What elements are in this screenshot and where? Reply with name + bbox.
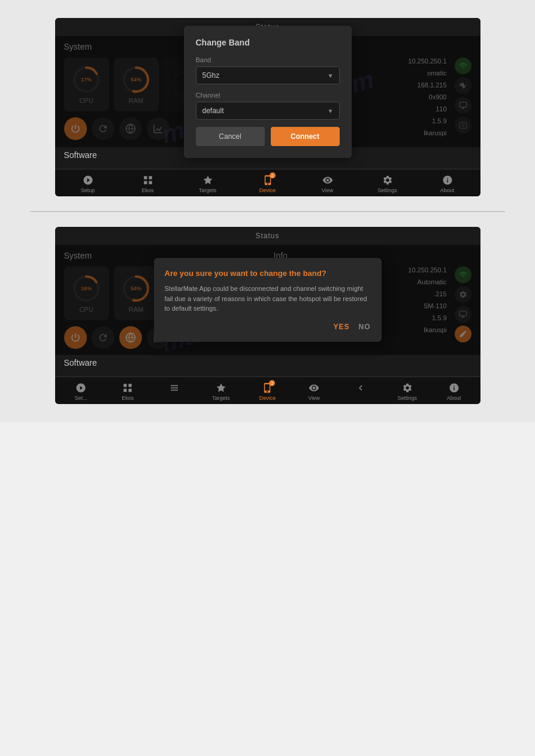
connect-button-1[interactable]: Connect xyxy=(271,127,340,146)
confirm-dialog-2: Are you sure you want to change the band… xyxy=(154,258,382,342)
nav-view-2[interactable]: View xyxy=(299,382,329,401)
nav-view-1[interactable]: View xyxy=(313,174,343,193)
svg-rect-23 xyxy=(123,389,126,392)
nav-setup-1[interactable]: Setup xyxy=(73,174,103,193)
band-select-wrapper-1: 5Ghz 2.4Ghz Auto ▼ xyxy=(196,66,340,84)
nav-ekos-2[interactable]: Ekos xyxy=(113,382,143,401)
setup-label-2: Set... xyxy=(75,395,87,401)
modal-buttons-1: Cancel Connect xyxy=(196,127,340,146)
svg-rect-9 xyxy=(144,176,147,179)
band-field-label-1: Band xyxy=(196,56,340,63)
nav-chevron-2[interactable] xyxy=(346,382,376,401)
settings-icon-nav-2 xyxy=(401,382,413,394)
svg-rect-21 xyxy=(123,384,126,387)
settings-label-2: Settings xyxy=(397,395,417,401)
channel-field-label-1: Channel xyxy=(196,92,340,99)
ekos-icon-1 xyxy=(142,174,154,186)
nav-targets-1[interactable]: Targets xyxy=(193,174,223,193)
svg-rect-24 xyxy=(129,389,132,392)
svg-rect-11 xyxy=(144,181,147,184)
svg-rect-10 xyxy=(149,176,152,179)
confirm-buttons-2: YES NO xyxy=(165,323,371,331)
device-badge-2: 2 xyxy=(269,380,275,386)
nav-ekos-1[interactable]: Ekos xyxy=(133,174,163,193)
no-button-2[interactable]: NO xyxy=(359,323,371,331)
ekos-label-1: Ekos xyxy=(141,187,153,193)
view-icon-2 xyxy=(308,382,320,394)
device-label-2: Device xyxy=(259,395,276,401)
device-label-1: Device xyxy=(259,187,276,193)
channel-select-1[interactable]: default 1 6 11 xyxy=(196,102,340,120)
about-icon-1 xyxy=(442,174,454,186)
targets-icon-2 xyxy=(215,382,227,394)
yes-button-2[interactable]: YES xyxy=(333,323,349,331)
about-label-2: About xyxy=(447,395,461,401)
ekos-icon-2 xyxy=(122,382,134,394)
targets-icon-1 xyxy=(202,174,214,186)
status-text-2: Status xyxy=(255,232,279,240)
nav-setup-2[interactable]: Set... xyxy=(66,382,96,401)
confirm-body-2: StellarMate App could be disconnected an… xyxy=(165,284,371,314)
device-icon-wrapper-1: 2 xyxy=(262,174,274,186)
chevron-icon-2 xyxy=(355,382,367,394)
confirm-overlay-2: Are you sure you want to change the band… xyxy=(55,245,480,355)
modal-title-1: Change Band xyxy=(196,38,340,47)
modal-overlay-1: Change Band Band 5Ghz 2.4Ghz Auto ▼ Chan… xyxy=(55,36,480,147)
view-label-2: View xyxy=(309,395,320,401)
nav-about-1[interactable]: About xyxy=(433,174,463,193)
bottom-nav-2: Set... Ekos xyxy=(55,377,480,404)
setup-icon-1 xyxy=(82,174,94,186)
view-icon-1 xyxy=(322,174,334,186)
view-label-1: View xyxy=(322,187,333,193)
setup-label-1: Setup xyxy=(81,187,95,193)
setup-icon-2 xyxy=(75,382,87,394)
screenshot-panel-2: Status System xyxy=(55,227,480,404)
targets-label-1: Targets xyxy=(199,187,217,193)
bars-icon-2 xyxy=(168,382,180,394)
about-icon-2 xyxy=(448,382,460,394)
confirm-title-2: Are you sure you want to change the band… xyxy=(165,269,371,278)
bottom-nav-1: Setup Ekos Targets xyxy=(55,169,480,196)
nav-settings-2[interactable]: Settings xyxy=(392,382,422,401)
status-bar-2: Status xyxy=(55,227,480,245)
settings-icon-1 xyxy=(382,174,394,186)
screenshot-panel-1: Status System xyxy=(55,18,480,196)
nav-bars-2[interactable] xyxy=(159,382,189,401)
software-section-2: Software xyxy=(55,355,480,377)
targets-label-2: Targets xyxy=(212,395,230,401)
about-label-1: About xyxy=(440,187,455,193)
ekos-label-2: Ekos xyxy=(122,395,134,401)
svg-rect-22 xyxy=(129,384,132,387)
nav-targets-2[interactable]: Targets xyxy=(206,382,236,401)
settings-label-1: Settings xyxy=(377,187,397,193)
svg-rect-12 xyxy=(149,181,152,184)
channel-select-wrapper-1: default 1 6 11 ▼ xyxy=(196,102,340,120)
band-select-1[interactable]: 5Ghz 2.4Ghz Auto xyxy=(196,66,340,84)
nav-device-2[interactable]: 2 Device xyxy=(252,382,282,401)
device-icon-wrapper-2: 2 xyxy=(261,382,273,394)
cancel-button-1[interactable]: Cancel xyxy=(196,127,265,146)
nav-device-1[interactable]: 2 Device xyxy=(253,174,283,193)
nav-settings-1[interactable]: Settings xyxy=(373,174,403,193)
section-divider xyxy=(30,211,505,212)
change-band-modal: Change Band Band 5Ghz 2.4Ghz Auto ▼ Chan… xyxy=(184,26,352,158)
software-title-2: Software xyxy=(64,358,471,368)
device-badge-1: 2 xyxy=(270,172,276,178)
nav-about-2[interactable]: About xyxy=(439,382,469,401)
